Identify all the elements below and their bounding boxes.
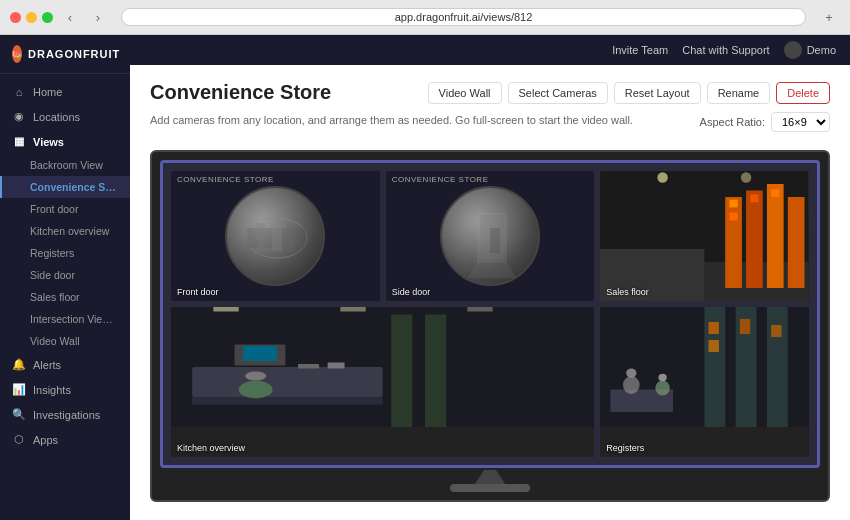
maximize-button[interactable] (42, 12, 53, 23)
svg-rect-17 (751, 194, 759, 202)
investigations-icon: 🔍 (12, 408, 26, 421)
monitor-frame: CONVENIENCE STORE (150, 150, 830, 502)
svg-rect-15 (730, 200, 738, 208)
svg-rect-27 (298, 364, 319, 369)
chat-support-button[interactable]: Chat with Support (682, 44, 769, 56)
sidebar-item-locations[interactable]: ◉ Locations (0, 104, 130, 129)
aspect-ratio-select[interactable]: 16×9 (771, 112, 830, 132)
locations-icon: ◉ (12, 110, 26, 123)
sidebar-item-apps[interactable]: ⬡ Apps (0, 427, 130, 452)
aspect-ratio-control: Aspect Ratio: 16×9 (700, 112, 830, 132)
user-menu[interactable]: Demo (784, 41, 836, 59)
camera-name-label-5: Registers (606, 443, 644, 453)
camera-cell-sales-floor: CONVENIENCE STORE (600, 171, 809, 301)
url-text: app.dragonfruit.ai/views/812 (395, 11, 533, 23)
rename-button[interactable]: Rename (707, 82, 771, 104)
stand-base (450, 484, 530, 492)
svg-point-31 (239, 381, 273, 399)
svg-rect-35 (340, 307, 365, 312)
svg-rect-2 (257, 223, 265, 253)
svg-rect-3 (272, 226, 282, 251)
camera-cell-front-door: CONVENIENCE STORE (171, 171, 380, 301)
sidebar-item-views-label: Views (33, 136, 64, 148)
apps-icon: ⬡ (12, 433, 26, 446)
svg-rect-16 (730, 213, 738, 221)
page-title: Convenience Store (150, 81, 331, 104)
fisheye-1 (225, 186, 325, 286)
header-actions: Video Wall Select Cameras Reset Layout R… (428, 82, 830, 104)
sub-nav-convenience[interactable]: Convenience Store (0, 176, 130, 198)
logo: 🍉 DRAGONFRUIT (0, 35, 130, 74)
sidebar-item-home[interactable]: ⌂ Home (0, 80, 130, 104)
browser-chrome: ‹ › app.dragonfruit.ai/views/812 + (0, 0, 850, 35)
sub-nav-frontdoor[interactable]: Front door (0, 198, 130, 220)
traffic-lights (10, 12, 53, 23)
topbar: Invite Team Chat with Support Demo (130, 35, 850, 65)
minimize-button[interactable] (26, 12, 37, 23)
sidebar-item-alerts-label: Alerts (33, 359, 61, 371)
sub-nav-backroom[interactable]: Backroom View (0, 154, 130, 176)
logo-text: DRAGONFRUIT (28, 48, 120, 60)
sub-nav-sidedoor[interactable]: Side door (0, 264, 130, 286)
sidebar-item-views[interactable]: ▦ Views (0, 129, 130, 154)
alerts-icon: 🔔 (12, 358, 26, 371)
camera-name-label-4: Kitchen overview (177, 443, 245, 453)
user-label: Demo (807, 44, 836, 56)
home-icon: ⌂ (12, 86, 26, 98)
svg-rect-4 (287, 224, 295, 252)
svg-rect-36 (467, 307, 492, 312)
sidebar-item-alerts[interactable]: 🔔 Alerts (0, 352, 130, 377)
svg-rect-12 (746, 191, 763, 289)
new-tab-button[interactable]: + (818, 6, 840, 28)
delete-button[interactable]: Delete (776, 82, 830, 104)
page-header: Convenience Store Video Wall Select Came… (150, 81, 830, 104)
close-button[interactable] (10, 12, 21, 23)
camera-store-label-1: CONVENIENCE STORE (177, 175, 274, 184)
camera-name-label-3: Sales floor (606, 287, 649, 297)
sidebar: 🍉 DRAGONFRUIT ⌂ Home ◉ Locations ▦ Views… (0, 35, 130, 520)
sub-nav-videowall[interactable]: Video Wall (0, 330, 130, 352)
video-wall-button[interactable]: Video Wall (428, 82, 502, 104)
svg-marker-8 (467, 263, 517, 278)
main-content: Invite Team Chat with Support Demo Conve… (130, 35, 850, 520)
camera-cell-registers: CONVENIENCE STORE (600, 307, 809, 457)
sidebar-item-insights[interactable]: 📊 Insights (0, 377, 130, 402)
camera-name-label-1: Front door (177, 287, 219, 297)
sub-nav-intersection[interactable]: Intersection View (Dem... (0, 308, 130, 330)
sidebar-item-investigations[interactable]: 🔍 Investigations (0, 402, 130, 427)
select-cameras-button[interactable]: Select Cameras (508, 82, 608, 104)
camera-visual-5 (600, 307, 809, 457)
svg-point-32 (245, 372, 266, 381)
camera-visual-1 (171, 171, 380, 301)
aspect-ratio-label: Aspect Ratio: (700, 116, 765, 128)
sidebar-item-insights-label: Insights (33, 384, 71, 396)
sub-nav-registers[interactable]: Registers (0, 242, 130, 264)
camera-cell-kitchen: CONVENIENCE STORE (171, 307, 594, 457)
svg-rect-24 (192, 397, 382, 405)
sidebar-item-investigations-label: Investigations (33, 409, 100, 421)
invite-team-button[interactable]: Invite Team (612, 44, 668, 56)
svg-point-49 (659, 374, 667, 382)
address-bar[interactable]: app.dragonfruit.ai/views/812 (121, 8, 806, 26)
svg-rect-23 (192, 367, 382, 397)
back-button[interactable]: ‹ (59, 6, 81, 28)
svg-point-20 (658, 172, 668, 182)
sub-nav-salesfloor[interactable]: Sales floor (0, 286, 130, 308)
forward-button[interactable]: › (87, 6, 109, 28)
svg-point-47 (626, 369, 636, 378)
sub-nav-kitchen[interactable]: Kitchen overview (0, 220, 130, 242)
sidebar-item-home-label: Home (33, 86, 62, 98)
camera-cell-side-door: CONVENIENCE STORE (386, 171, 595, 301)
svg-rect-44 (771, 325, 781, 337)
svg-rect-26 (243, 346, 277, 361)
svg-rect-42 (709, 340, 719, 352)
camera-visual-2 (386, 171, 595, 301)
logo-icon: 🍉 (12, 45, 22, 63)
views-sub-nav: Backroom View Convenience Store Front do… (0, 154, 130, 352)
app-container: 🍉 DRAGONFRUIT ⌂ Home ◉ Locations ▦ Views… (0, 35, 850, 520)
reset-layout-button[interactable]: Reset Layout (614, 82, 701, 104)
stand-neck (475, 470, 505, 484)
svg-rect-34 (213, 307, 238, 312)
svg-rect-41 (709, 322, 719, 334)
insights-icon: 📊 (12, 383, 26, 396)
